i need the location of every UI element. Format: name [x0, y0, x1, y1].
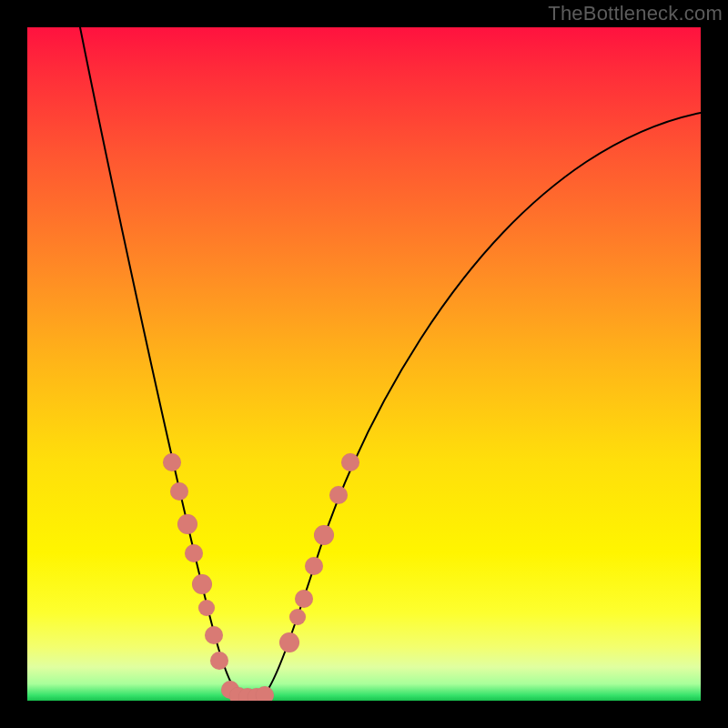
- marker-R5: [314, 525, 334, 545]
- marker-R6: [329, 486, 348, 504]
- chart-frame: TheBottleneck.com: [0, 0, 728, 728]
- marker-R1: [279, 632, 299, 652]
- marker-R3: [295, 590, 313, 608]
- plot-area: [27, 27, 701, 701]
- marker-L8: [210, 652, 228, 670]
- curve-svg: [27, 27, 701, 701]
- watermark-text: TheBottleneck.com: [548, 2, 723, 25]
- marker-R7: [341, 453, 359, 471]
- marker-L2: [170, 482, 188, 500]
- marker-L1: [163, 453, 181, 471]
- marker-layer: [163, 453, 359, 701]
- marker-L4: [185, 544, 203, 562]
- marker-R2: [289, 609, 306, 625]
- bottleneck-curve: [80, 27, 701, 700]
- marker-L3: [177, 514, 197, 534]
- marker-L5: [192, 574, 212, 594]
- marker-L7: [205, 626, 223, 644]
- marker-R4: [305, 557, 323, 575]
- marker-L6: [198, 600, 215, 616]
